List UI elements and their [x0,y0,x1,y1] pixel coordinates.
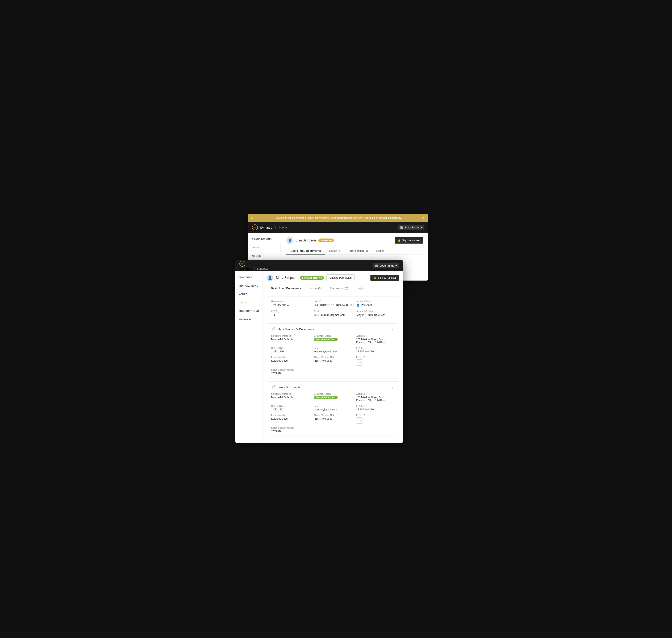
lisa-doc-menu-button[interactable]: ⋮ [391,385,395,390]
lisa-photo-id-box[interactable]: ⬚ [356,417,362,424]
alert-text: Documents are incomplete or incorrect. V… [255,216,421,219]
front-org-selector[interactable]: 🏢 SoLo Funds ▾ [373,263,399,268]
front-top-nav-right: 🏢 SoLo Funds ▾ [373,263,399,268]
sidebar-item-subscriptions[interactable]: SUBSCRIPTIONS [235,307,262,315]
front-synapse-logo: ◎ [239,261,245,267]
front-info-grid: User Name Test User1234 User ID 5b171013… [267,297,399,320]
sidebar-item-users[interactable]: USERS [235,298,262,307]
lisa-screening-field: Screening Matches Matched:0 Failed:0 [271,392,310,402]
change-permission-button[interactable]: Change Permission [326,274,355,281]
front-email-value: 12345678902@gmail.com [313,313,352,317]
mary-email-field: Email testuser@gmail.com [314,347,352,353]
sidebar-item-transactions[interactable]: TRANSACTIONS [235,282,262,290]
top-nav-right: 🏢 SoLo Funds ▾ [398,225,424,230]
front-email-label: Email [313,310,352,313]
front-window: ◎ Synapse | Sandbox 🏢 SoLo Funds ▾ ANALY… [235,260,403,443]
front-tab-logins[interactable]: Logins [352,285,369,292]
lock-icon: 🔒 [398,239,401,242]
front-tabs: Basic Info / Documents Nodes (6) Transac… [267,285,399,292]
back-user-avatar: 👤 [287,237,293,244]
sidebar-item-nodes[interactable]: NODES [248,252,281,260]
front-username-value: Test User1234 [271,303,309,307]
mary-ip-field: IP Address 34.207.140.130 [356,347,395,353]
front-account-type-field: Account Type 👤 Personal [356,300,395,307]
back-user-name: Lisa Simpson [296,238,316,242]
cip-chevron-down-icon[interactable]: ▾ [274,313,275,317]
front-userid-field: User ID 5b171013a72791004fba4286 ⧉ [313,300,352,307]
lisa-doc-status-badge: Send|Recive|Tier1 [314,396,338,399]
mary-photo-id-box[interactable]: ⬚ [356,359,362,366]
brand-logo-area: ◎ Synapse | Sandbox [252,224,290,230]
front-userid-value: 5b171013a72791004fba4286 ⧉ [313,303,352,307]
mary-phone-2fa-field: Phone Number 2FA (415) 4440-8888 [314,356,352,366]
mary-doc-grid: Screening Matches Matched:0 Failed:0 Doc… [271,335,395,375]
back-tab-basic-info[interactable]: Basic Info / Documents [287,247,325,254]
back-sign-out-button[interactable]: 🔒 Sign out as user [395,237,424,244]
back-tab-nodes[interactable]: Nodes (6) [325,247,345,254]
mary-doc-title: 📄 Mary Simpson's Documents [271,327,314,332]
front-cip-value: 1 ▾ [271,313,309,317]
mary-phone-field: Phone Number (222)888-9878 [271,356,310,366]
front-env-label: Sandbox [257,267,268,270]
front-email-field: Email 12345678902@gmail.com [313,310,352,317]
mary-doc-menu-button[interactable]: ⋮ [391,327,395,332]
front-account-created-field: Account Created May 28, 2019 10:05 AM [356,310,395,317]
front-sidebar: ANALYTICS TRANSACTIONS NODES USERS SUBSC… [235,271,262,443]
sidebar-item-transactions[interactable]: TRANSACTIONS [248,235,281,244]
back-top-nav: ◎ Synapse | Sandbox 🏢 SoLo Funds ▾ [248,222,428,233]
lisa-ssn-field: Social Security Number *****9878 [271,426,310,433]
sidebar-item-webhook[interactable]: WEBHOOK [235,315,262,324]
front-top-nav: ◎ Synapse | Sandbox 🏢 SoLo Funds ▾ [235,260,403,271]
alert-close-button[interactable]: × [421,216,425,220]
brand-name: Synapse [260,226,272,229]
front-main: 👤 Mary Simpson Send and Receive Change P… [262,271,403,443]
sidebar-item-nodes[interactable]: NODES [235,290,262,298]
mary-doc-status-badge: Send|Recive|Tier1 [314,338,338,341]
back-unverified-badge: Unverified [318,238,334,242]
front-tab-nodes[interactable]: Nodes (6) [305,285,326,292]
mary-doc-status-field: Document Status Send|Recive|Tier1 [314,335,352,344]
lisa-ip-field: IP Address 34.207.140.130 [356,405,395,411]
back-tab-logins[interactable]: Logins [372,247,389,254]
env-label: Sandbox [279,226,290,229]
personal-icon: 👤 [356,303,360,307]
org-name: SoLo Funds [405,226,419,229]
alert-bar: ⚠ Documents are incomplete or incorrect.… [248,214,428,222]
lisa-doc-header: 📄 Lisa's Documents ⋮ [271,385,395,390]
front-userid-label: User ID [313,300,352,303]
front-user-header: 👤 Mary Simpson Send and Receive Change P… [267,274,399,281]
back-tabs: Basic Info / Documents Nodes (6) Transac… [287,247,424,255]
sidebar-item-analytics[interactable]: ANALYTICS [235,273,262,282]
back-sign-out-label: Sign out as user [402,239,420,242]
front-brand-name: Synapse [239,267,253,270]
lisa-document-icon: 📄 [271,385,276,390]
front-tab-transactions[interactable]: Transaction (6) [326,285,352,292]
mary-documents-section: 📄 Mary Simpson's Documents ⋮ Screening M… [267,323,399,379]
front-tab-basic-info[interactable]: Basic Info / Documents [267,285,305,292]
lisa-documents-section: 📄 Lisa's Documents ⋮ Screening Matches M… [267,382,399,436]
back-tab-transactions[interactable]: Transaction (6) [345,247,372,254]
mary-address-field: Address 200 Mission Street, San Francisc… [356,335,395,344]
lisa-doc-title: 📄 Lisa's Documents [271,385,300,390]
lisa-address-field: Address 101 Mission Street, San Francisc… [356,392,395,402]
front-sign-out-button[interactable]: 🔒 Sign out as user [371,275,399,281]
mary-address-copy-icon[interactable]: ⧉ [383,341,385,343]
lisa-address-copy-icon[interactable]: ⧉ [383,399,385,402]
front-brand-area: ◎ Synapse | Sandbox [239,261,268,270]
lisa-phone-field: Phone Number (222)888-9878 [271,414,310,424]
front-org-name: SoLo Funds [379,264,394,267]
mary-dob-field: Date of Birth 11/21/1990 [271,347,310,353]
front-user-name: Mary Simpson [276,276,297,280]
org-selector[interactable]: 🏢 SoLo Funds ▾ [398,225,424,230]
front-lock-icon: 🔒 [373,276,377,279]
sidebar-item-user[interactable]: USER [248,244,281,252]
front-username-label: User Name [271,300,309,303]
mary-screening-field: Screening Matches Matched:0 Failed:0 [271,335,310,344]
front-account-created-value: May 28, 2019 10:05 AM [356,313,395,317]
front-account-type-label: Account Type [356,300,395,303]
back-user-header: 👤 Lisa Simpson Unverified 🔒 Sign out as … [287,237,424,244]
front-account-created-label: Account Created [356,310,395,313]
mary-ssn-field: Social Security Number *****9878 [271,369,310,375]
front-userid-copy-icon[interactable]: ⧉ [350,304,352,306]
front-sign-out-label: Sign out as user [378,276,396,279]
